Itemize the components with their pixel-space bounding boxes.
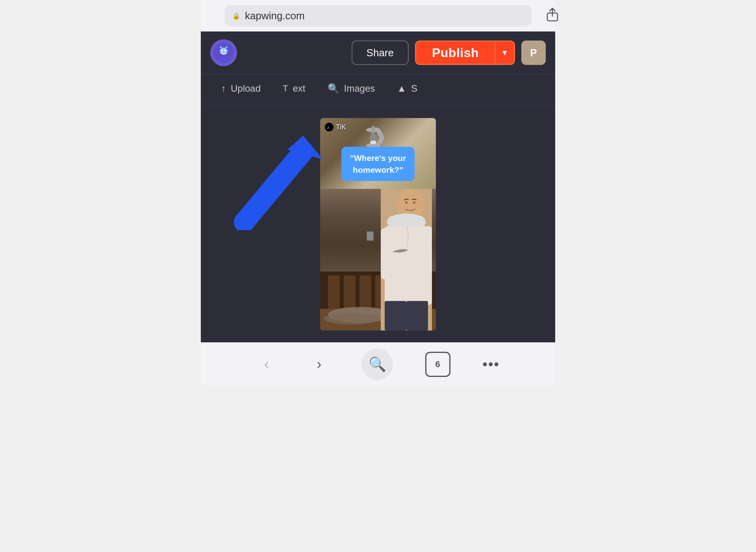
top-toolbar: Share Publish ▾ P — [201, 31, 555, 74]
text-label: ext — [293, 83, 306, 94]
svg-point-34 — [405, 201, 408, 204]
subtitle-icon: ▲ — [397, 83, 406, 94]
page-wrapper: 🔒 kapwing.com — [0, 0, 756, 552]
publish-dropdown-button[interactable]: ▾ — [495, 42, 514, 64]
canvas-area: ♪ TiK — [201, 104, 555, 342]
svg-rect-31 — [422, 228, 432, 279]
more-button[interactable]: ••• — [482, 356, 500, 373]
browser-nav: ‹ › 🔍 6 ••• — [201, 342, 555, 386]
chevron-down-icon: ▾ — [502, 48, 507, 57]
text-icon: T — [283, 83, 288, 94]
subtitle-tool[interactable]: ▲ S — [386, 74, 428, 104]
images-tool[interactable]: 🔍 Images — [317, 74, 386, 104]
svg-point-4 — [221, 50, 223, 51]
svg-rect-16 — [372, 126, 374, 134]
upload-label: Upload — [231, 83, 261, 94]
logo-avatar[interactable] — [210, 39, 237, 66]
search-nav-button[interactable]: 🔍 — [361, 349, 393, 380]
bubble-line1: "Where's your — [350, 153, 406, 162]
svg-point-5 — [224, 50, 226, 51]
back-button[interactable]: ‹ — [256, 352, 277, 377]
browser-chrome: 🔒 kapwing.com — [201, 0, 555, 31]
tabs-button[interactable]: 6 — [425, 352, 450, 377]
upload-tool[interactable]: ↑ Upload — [210, 74, 272, 104]
svg-point-35 — [413, 201, 415, 204]
svg-point-17 — [370, 140, 376, 144]
images-label: Images — [344, 83, 375, 94]
lock-icon: 🔒 — [232, 12, 240, 20]
wall-detail — [367, 231, 374, 241]
url-text: kapwing.com — [245, 10, 305, 22]
svg-point-3 — [220, 48, 228, 55]
bubble-line2: homework?" — [353, 165, 403, 174]
address-bar[interactable]: 🔒 kapwing.com — [224, 5, 532, 26]
svg-rect-21 — [359, 275, 371, 311]
svg-rect-30 — [381, 228, 391, 279]
svg-rect-20 — [344, 275, 356, 311]
forward-button[interactable]: › — [309, 352, 329, 377]
browser-share-icon[interactable] — [547, 7, 558, 24]
svg-rect-33 — [406, 301, 428, 330]
upload-icon: ↑ — [221, 83, 226, 94]
publish-button[interactable]: Publish — [416, 42, 495, 64]
share-button[interactable]: Share — [352, 41, 409, 65]
app-container: Share Publish ▾ P ↑ Upload T — [201, 31, 555, 342]
svg-rect-19 — [328, 275, 340, 311]
svg-rect-32 — [385, 301, 406, 330]
text-tool[interactable]: T ext — [272, 74, 316, 104]
subtitle-label: S — [411, 83, 417, 94]
publish-group: Publish ▾ — [415, 41, 515, 65]
person-silhouette — [381, 189, 432, 330]
browser-window: 🔒 kapwing.com — [201, 0, 555, 386]
arrow-annotation — [232, 128, 350, 230]
svg-point-25 — [324, 313, 379, 325]
secondary-toolbar: ↑ Upload T ext 🔍 Images ▲ S — [201, 74, 555, 104]
user-avatar-button[interactable]: P — [521, 41, 546, 65]
text-bubble: "Where's your homework?" — [341, 147, 415, 181]
images-icon: 🔍 — [328, 83, 339, 94]
